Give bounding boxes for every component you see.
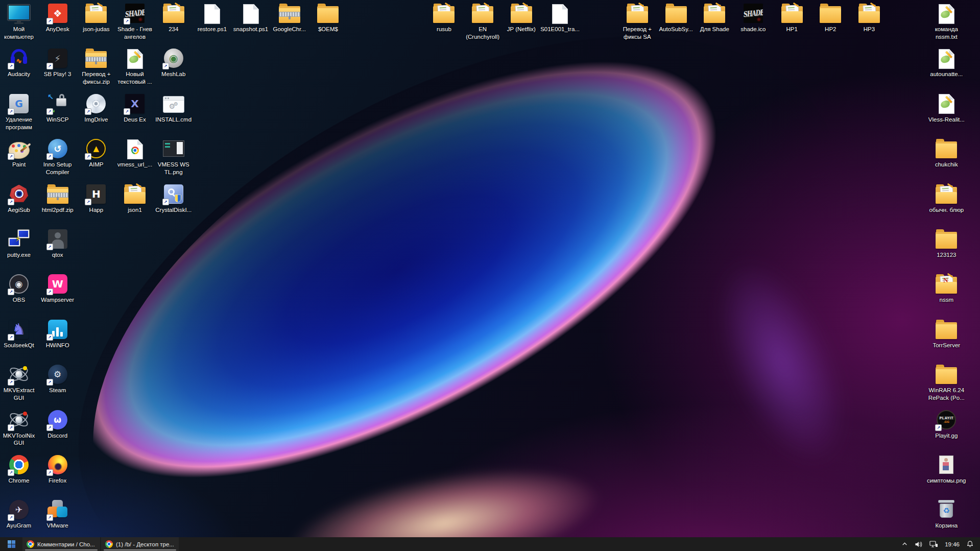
tray-volume-icon[interactable] bbox=[914, 540, 924, 549]
desktop-icon-en-crunchyroll-folder[interactable]: EN (Crunchyroll) bbox=[463, 2, 502, 40]
desktop-icon-recycle-bin[interactable]: ♻Корзина bbox=[927, 498, 966, 530]
desktop-icon-obychn-blyur-folder[interactable]: обычн. блюр bbox=[927, 183, 966, 214]
desktop-icon-vmess-ws-tl-png[interactable]: VMESS WS TL.png bbox=[154, 137, 193, 176]
desktop-icon-meshlab[interactable]: ◉↗MeshLab bbox=[154, 47, 193, 78]
desktop-icon-hwinfo[interactable]: ↗HWiNFO bbox=[38, 318, 77, 349]
desktop-icon-autounattend-txt[interactable]: autounatte... bbox=[927, 47, 966, 78]
desktop-icon-firefox[interactable]: ↗Firefox bbox=[38, 453, 77, 485]
desktop-icon-perevod-fiksy-zip[interactable]: Перевод + фиксы.zip bbox=[77, 47, 115, 85]
desktop-icon-vless-reality-txt[interactable]: Vless-Realit... bbox=[927, 92, 966, 124]
desktop-icon-oem-folder[interactable]: $OEM$ bbox=[308, 2, 347, 33]
desktop-icon-winscp[interactable]: ↖↘↗WinSCP bbox=[38, 92, 77, 124]
shortcut-arrow-badge: ↗ bbox=[46, 514, 53, 521]
shortcut-arrow-badge: ↗ bbox=[162, 63, 169, 69]
desktop-icon-shade-gnev-angelov[interactable]: SHADE↗Shade - Гнев ангелов bbox=[115, 2, 154, 40]
desktop-icon-crystaldiskinfo[interactable]: ↗CrystalDiskI... bbox=[154, 183, 193, 214]
desktop-icon-snapshot-ps1[interactable]: snapshot.ps1 bbox=[231, 2, 270, 33]
desktop-icon-ayugram[interactable]: ✈↗AyuGram bbox=[0, 498, 38, 530]
desktop-icon-imgdrive[interactable]: ↗ImgDrive bbox=[77, 92, 115, 124]
desktop-icon-perevod-fiksy-sa-folder[interactable]: Перевод + фиксы SA bbox=[618, 2, 657, 40]
start-button[interactable] bbox=[0, 537, 22, 551]
desktop-icon-nssm-folder[interactable]: Nnssm bbox=[927, 273, 966, 304]
perevod-fiksy-zip-icon bbox=[85, 47, 107, 69]
desktop-icon-folder-123123[interactable]: 123123 bbox=[927, 228, 966, 259]
desktop-icon-html2pdf-zip[interactable]: html2pdf.zip bbox=[38, 183, 77, 214]
desktop-icon-novyy-tekstovyy-txt[interactable]: Новый текстовый ... bbox=[115, 47, 154, 85]
json-judas-folder-icon bbox=[85, 2, 107, 25]
desktop-icon-jp-netflix-folder[interactable]: JP (Netflix) bbox=[502, 2, 541, 33]
desktop-icon-s01e001-doc[interactable]: S01E001_tra... bbox=[541, 2, 580, 33]
desktop-icon-putty-exe[interactable]: ⚡putty.exe bbox=[0, 228, 38, 259]
desktop-icon-komanda-nssm-txt[interactable]: команда nssm.txt bbox=[927, 2, 966, 40]
desktop-icon-label: Перевод + фиксы SA bbox=[618, 26, 657, 40]
desktop-icon-discord[interactable]: ω↗Discord bbox=[38, 409, 77, 440]
desktop-icon-dlya-shade-folder[interactable]: Для Shade bbox=[695, 2, 734, 33]
tray-notification-bell-icon[interactable] bbox=[965, 539, 975, 549]
desktop-icon-autosubsy-folder[interactable]: AutoSubSy... bbox=[657, 2, 696, 33]
desktop-icon-label: Deus Ex bbox=[124, 116, 146, 124]
desktop-icon-json1-folder[interactable]: json1 bbox=[115, 183, 154, 214]
tray-clock[interactable]: 19:46 bbox=[944, 540, 961, 548]
desktop-icon-json-judas-folder[interactable]: json-judas bbox=[77, 2, 115, 33]
shortcut-arrow-badge: ↗ bbox=[124, 108, 130, 115]
desktop-icon-area[interactable]: Мой компьютер❖↗AnyDeskjson-judasSHADE↗Sh… bbox=[0, 0, 980, 537]
desktop-icon-label: Playit.gg bbox=[935, 432, 958, 440]
putty-exe-icon: ⚡ bbox=[8, 228, 30, 250]
desktop-icon-label: VMware bbox=[47, 522, 68, 530]
ayugram-icon: ✈↗ bbox=[8, 498, 30, 521]
desktop-icon-label: GoogleChr... bbox=[273, 26, 306, 33]
desktop-icon-chrome[interactable]: ↗Chrome bbox=[0, 453, 38, 485]
desktop-icon-googlechrome-zip[interactable]: GoogleChr... bbox=[270, 2, 309, 33]
desktop-icon-aegisub[interactable]: ↗AegiSub bbox=[0, 183, 38, 214]
desktop-icon-obs[interactable]: ◉↗OBS bbox=[0, 273, 38, 304]
shortcut-arrow-badge: ↗ bbox=[85, 108, 91, 115]
desktop-icon-folder-234[interactable]: 234 bbox=[154, 2, 193, 33]
desktop-icon-hp2-folder[interactable]: HP2 bbox=[811, 2, 850, 33]
desktop-icon-my-computer[interactable]: Мой компьютер bbox=[0, 2, 38, 40]
desktop-icon-steam[interactable]: ⚙↗Steam bbox=[38, 363, 77, 394]
desktop-icon-audacity[interactable]: ∿↗Audacity bbox=[0, 47, 38, 78]
desktop-icon-soulseekqt[interactable]: ♞↗SoulseekQt bbox=[0, 318, 38, 349]
taskbar-window-chrome-window-1[interactable]: Комментарии / Cho... bbox=[22, 537, 100, 551]
desktop-icon-paint[interactable]: ↗Paint bbox=[0, 137, 38, 169]
desktop-icon-hp3-folder[interactable]: HP3 bbox=[850, 2, 889, 33]
desktop-icon-hp1-folder[interactable]: HP1 bbox=[773, 2, 811, 33]
desktop-icon-sb-play-3[interactable]: ⚡↗SB Play! 3 bbox=[38, 47, 77, 78]
clock-time: 19:46 bbox=[945, 541, 960, 547]
paint-icon: ↗ bbox=[8, 137, 30, 160]
desktop-icon-install-cmd[interactable]: ⚙⚙INSTALL.cmd bbox=[154, 92, 193, 124]
desktop-icon-inno-setup-compiler[interactable]: ↺↗Inno Setup Compiler bbox=[38, 137, 77, 176]
obychn-blyur-folder-icon bbox=[935, 183, 958, 205]
desktop-icon-vmess-url-doc[interactable]: vmess_url_... bbox=[115, 137, 154, 169]
desktop-icon-playit-gg[interactable]: PLAYIT.GG↗Playit.gg bbox=[927, 409, 966, 440]
snapshot-ps1-icon bbox=[240, 2, 262, 25]
taskbar-window-chrome-window-2[interactable]: (1) /b/ - Десктоп тре... bbox=[101, 537, 179, 551]
desktop-icon-label: putty.exe bbox=[7, 251, 31, 259]
tray-network-icon[interactable] bbox=[928, 540, 939, 549]
desktop-icon-restore-ps1[interactable]: restore.ps1 bbox=[193, 2, 231, 33]
desktop-icon-wampserver[interactable]: W↗Wampserver bbox=[38, 273, 77, 304]
desktop-icon-winrar-folder[interactable]: WinRAR 6.24 RePack (Po... bbox=[927, 363, 966, 401]
desktop-icon-simptomy-png[interactable]: симптомы.png bbox=[927, 453, 966, 485]
desktop-icon-vmware[interactable]: ↗VMware bbox=[38, 498, 77, 530]
shortcut-arrow-badge: ↗ bbox=[162, 199, 169, 205]
happ-icon: H↗ bbox=[85, 183, 107, 205]
desktop-icon-udalenie-programm[interactable]: G↗Удаление программ bbox=[0, 92, 38, 131]
desktop-icon-deus-ex[interactable]: X↗Deus Ex bbox=[115, 92, 154, 124]
desktop-icon-mkvextract-gui[interactable]: ↗MKVExtract GUI bbox=[0, 363, 38, 401]
desktop-icon-anydesk[interactable]: ❖↗AnyDesk bbox=[38, 2, 77, 33]
simptomy-png-icon bbox=[935, 453, 958, 476]
desktop-icon-aimp[interactable]: ▲↗AIMP bbox=[77, 137, 115, 169]
desktop-icon-label: Новый текстовый ... bbox=[115, 70, 154, 85]
desktop-icon-qtox[interactable]: ↗qtox bbox=[38, 228, 77, 259]
desktop-icon-mkvtoolnix-gui[interactable]: ↗MKVToolNix GUI bbox=[0, 409, 38, 447]
desktop-icon-rusub-folder[interactable]: rusub bbox=[424, 2, 463, 33]
desktop-icon-torrserver-folder[interactable]: TorrServer bbox=[927, 318, 966, 349]
desktop-icon-happ[interactable]: H↗Happ bbox=[77, 183, 115, 214]
desktop-icon-label: AutoSubSy... bbox=[659, 26, 692, 33]
desktop-icon-chukchik-folder[interactable]: chukchik bbox=[927, 137, 966, 169]
tray-chevron-up-icon[interactable] bbox=[900, 540, 909, 548]
html2pdf-zip-icon bbox=[46, 183, 69, 205]
desktop-icon-label: vmess_url_... bbox=[117, 161, 152, 169]
desktop-icon-shade-ico[interactable]: SHADEshade.ico bbox=[734, 2, 773, 33]
